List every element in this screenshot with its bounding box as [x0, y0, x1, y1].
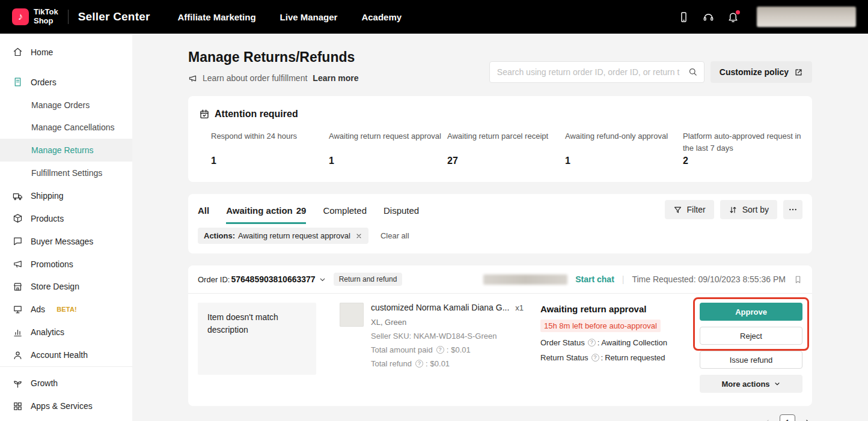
tiktok-shop-bag-icon: ♪ — [12, 8, 29, 25]
attention-stats: Respond within 24 hours 1 Awaiting retur… — [211, 130, 802, 166]
return-type-tag: Return and refund — [334, 273, 403, 286]
orders-icon — [12, 77, 23, 88]
stat-awaiting-refund-only-approval: Awaiting refund-only approval 1 — [565, 130, 683, 166]
seller-center-title: Seller Center — [78, 10, 150, 23]
order-id-value: 576485903810663377 — [231, 274, 315, 284]
announcement-megaphone-icon — [188, 74, 197, 83]
product-sku: Seller SKU: NKAM-WD184-S-Green — [371, 332, 524, 341]
order-status-value: Awaiting Collection — [601, 338, 667, 347]
sidebar-item-orders[interactable]: Orders — [0, 71, 132, 94]
sidebar-item-manage-orders[interactable]: Manage Orders — [0, 94, 132, 117]
bookmark-icon[interactable] — [793, 275, 802, 284]
learn-more-link[interactable]: Learn more — [313, 73, 358, 83]
nav-live-manager[interactable]: Live Manager — [280, 12, 338, 22]
clear-all-link[interactable]: Clear all — [381, 231, 409, 240]
stat-awaiting-return-parcel-receipt: Awaiting return parcel receipt 27 — [447, 130, 565, 166]
next-page-icon[interactable] — [803, 418, 812, 421]
sidebar-item-manage-returns[interactable]: Manage Returns — [0, 139, 132, 162]
beta-badge: BETA! — [57, 306, 77, 313]
order-actions-column: Approve Reject Issue refund More actions — [700, 303, 802, 393]
product-variant: XL, Green — [371, 318, 524, 327]
previous-page-icon[interactable] — [763, 418, 772, 421]
sidebar-item-home[interactable]: Home — [0, 41, 132, 64]
total-refund-value: $0.01 — [430, 359, 450, 368]
vertical-divider: | — [622, 274, 625, 284]
product-quantity: x1 — [515, 303, 524, 312]
sidebar-item-shipping[interactable]: Shipping — [0, 184, 132, 207]
filter-button[interactable]: Filter — [665, 200, 714, 219]
chip-close-icon[interactable] — [355, 232, 362, 240]
tab-disputed[interactable]: Disputed — [384, 195, 419, 224]
auto-approval-countdown: 15h 8m left before auto-approval — [540, 320, 661, 332]
info-icon — [436, 346, 444, 354]
reject-button[interactable]: Reject — [700, 327, 802, 345]
return-status-title: Awaiting return approval — [540, 304, 688, 314]
shipping-truck-icon — [12, 190, 23, 201]
sidebar-item-promotions[interactable]: Promotions — [0, 253, 132, 276]
start-chat-link[interactable]: Start chat — [575, 274, 614, 284]
filter-chip-actions: Actions: Awaiting return request approva… — [198, 228, 368, 244]
more-options-button[interactable] — [783, 200, 802, 219]
calendar-check-icon — [199, 109, 210, 120]
home-icon — [12, 47, 23, 58]
product-summary: customized Norma Kamali Diana G... x1 XL… — [340, 303, 528, 393]
pagination: 1 — [188, 414, 812, 421]
sidebar-item-growth[interactable]: Growth — [0, 372, 132, 395]
top-bar: ♪ TikTok Shop Seller Center Affiliate Ma… — [0, 0, 868, 34]
total-amount-paid-value: $0.01 — [451, 345, 471, 354]
tiktok-shop-logo[interactable]: ♪ TikTok Shop — [12, 8, 58, 26]
chevron-down-icon — [774, 380, 781, 387]
ads-billboard-icon — [12, 304, 23, 315]
nav-academy[interactable]: Academy — [361, 12, 402, 22]
returns-list-controls-card: All Awaiting action 29 Completed Dispute… — [188, 194, 812, 253]
sidebar-item-analytics[interactable]: Analytics — [0, 321, 132, 344]
tab-awaiting-action[interactable]: Awaiting action 29 — [226, 195, 306, 224]
notification-dot — [736, 10, 740, 14]
ellipsis-icon — [788, 205, 798, 214]
info-icon — [591, 354, 599, 362]
sidebar-item-store-design[interactable]: Store Design — [0, 276, 132, 298]
tab-completed[interactable]: Completed — [323, 195, 367, 224]
sidebar-item-buyer-messages[interactable]: Buyer Messages — [0, 230, 132, 253]
sidebar-item-fulfillment-settings[interactable]: Fulfillment Settings — [0, 162, 132, 184]
stat-platform-auto-approved: Platform auto-approved request in the la… — [683, 130, 802, 166]
sidebar-item-products[interactable]: Products — [0, 207, 132, 230]
support-headset-icon[interactable] — [703, 11, 714, 23]
search-input[interactable] — [489, 61, 704, 83]
approve-button[interactable]: Approve — [700, 303, 802, 321]
page-number-1[interactable]: 1 — [780, 414, 795, 421]
issue-refund-button[interactable]: Issue refund — [700, 351, 802, 369]
attention-required-card: Attention required Respond within 24 hou… — [188, 96, 812, 182]
info-icon — [415, 360, 423, 368]
time-requested: Time Requested: 09/10/2023 8:55:36 PM — [632, 274, 786, 284]
tab-count: 29 — [296, 205, 307, 216]
total-refund-line: Total refund : $0.01 — [371, 359, 524, 368]
sidebar-bottom-group: Growth Apps & Services — [0, 366, 132, 421]
order-expand-chevron-icon[interactable] — [319, 276, 326, 283]
sidebar-item-account-health[interactable]: Account Health — [0, 344, 132, 366]
sidebar-item-apps-services[interactable]: Apps & Services — [0, 395, 132, 417]
search-icon — [688, 67, 698, 77]
music-note-icon: ♪ — [18, 11, 23, 23]
analytics-chart-icon — [12, 327, 23, 338]
sidebar-item-manage-cancellations[interactable]: Manage Cancellations — [0, 117, 132, 139]
return-reason: Item doesn't match description — [198, 303, 316, 375]
account-health-icon — [12, 350, 23, 360]
storefront-icon — [12, 281, 23, 292]
nav-affiliate-marketing[interactable]: Affiliate Marketing — [178, 12, 256, 22]
sidebar-spacer — [0, 64, 132, 71]
account-menu-blurred[interactable] — [757, 7, 856, 27]
chat-bubble-icon — [12, 236, 23, 247]
customize-policy-button[interactable]: Customize policy — [711, 61, 812, 83]
tab-all[interactable]: All — [198, 195, 209, 224]
mobile-app-icon[interactable] — [678, 11, 689, 23]
notifications-bell-icon[interactable] — [727, 11, 739, 23]
sort-by-button[interactable]: Sort by — [720, 200, 777, 219]
megaphone-icon — [12, 259, 23, 270]
buyer-name-blurred — [483, 274, 567, 285]
announcement-bar: Learn about order fulfillment Learn more — [188, 73, 359, 83]
more-actions-button[interactable]: More actions — [700, 375, 802, 393]
search-box — [489, 61, 704, 83]
sidebar-item-ads[interactable]: Ads BETA! — [0, 298, 132, 321]
product-title: customized Norma Kamali Diana G... — [371, 303, 509, 312]
